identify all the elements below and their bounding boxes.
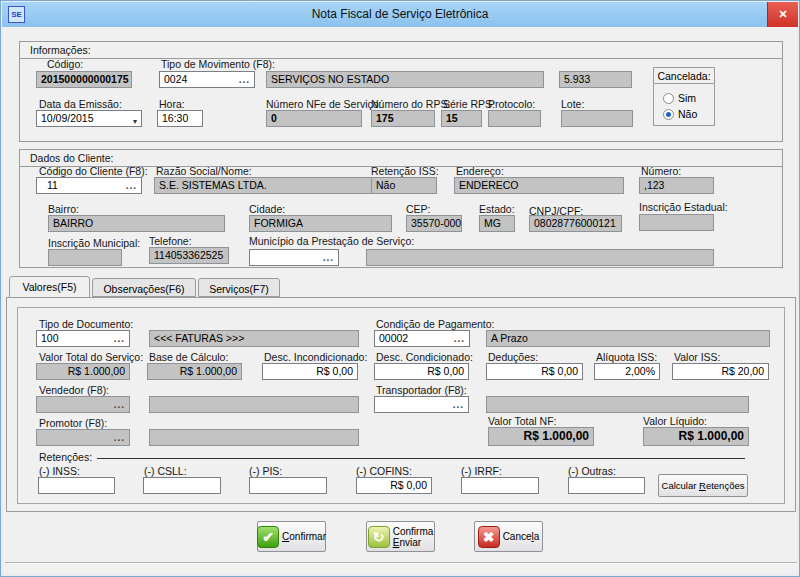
promotor-input[interactable]: ... <box>36 429 130 446</box>
inscricao-municipal-field <box>48 249 122 266</box>
valor-total-servico-label: Valor Total do Serviço: <box>39 351 143 363</box>
numero-rps-field: 175 <box>371 110 435 127</box>
condicao-pagamento-input[interactable]: 00002 ... <box>374 330 470 347</box>
aliquota-iss-input[interactable]: 2,00% <box>594 363 660 380</box>
desc-incondicionado-label: Desc. Incondicionado: <box>264 351 367 363</box>
hora-label: Hora: <box>159 98 185 110</box>
close-button[interactable]: ✕ <box>767 2 798 27</box>
deducoes-label: Deduções: <box>488 351 538 363</box>
valor-liquido-field: R$ 1.000,00 <box>643 427 749 446</box>
cancela-button[interactable]: ✖ Cancela <box>474 521 543 552</box>
cancelada-radio-nao[interactable]: Não <box>663 108 697 120</box>
tipo-movimento-desc-field: SERVIÇOS NO ESTADO <box>266 71 544 88</box>
estado-field: MG <box>479 215 515 232</box>
csll-input[interactable] <box>143 477 221 494</box>
tab-valores[interactable]: Valores(F5) <box>9 276 90 298</box>
desc-incondicionado-input[interactable]: R$ 0,00 <box>262 363 358 380</box>
dialog-window: SE Nota Fiscal de Serviço Eletrônica ✕ I… <box>0 0 800 577</box>
tab-observacoes[interactable]: Observações(F6) <box>92 278 196 297</box>
confirma-enviar-button[interactable]: ↻ ConfirmaEnviar <box>366 521 435 552</box>
valor-total-servico-field: R$ 1.000,00 <box>36 363 130 380</box>
protocolo-field <box>488 110 541 127</box>
close-icon: ✕ <box>778 8 787 21</box>
radio-sim-label: Sim <box>678 92 696 104</box>
telefone-field: 114053362525 <box>149 247 229 264</box>
tipo-movimento-input[interactable]: 0024 ... <box>159 71 255 88</box>
municipio-lookup-button[interactable]: ... <box>323 250 334 265</box>
inss-input[interactable] <box>38 477 115 494</box>
condicao-pagamento-lookup-button[interactable]: ... <box>454 331 465 346</box>
hora-input[interactable]: 16:30 <box>157 110 203 127</box>
lote-label: Lote: <box>561 98 584 110</box>
vendedor-desc-field <box>149 396 359 413</box>
irrf-input[interactable] <box>461 477 539 494</box>
numero-endereco-field: ,123 <box>639 177 714 194</box>
outras-input[interactable] <box>568 477 645 494</box>
inscricao-estadual-field <box>639 214 714 231</box>
chevron-down-icon[interactable]: ▾ <box>133 114 137 127</box>
confirmar-button[interactable]: ✔ Confirmar <box>257 521 326 552</box>
deducoes-input[interactable]: R$ 0,00 <box>486 363 583 380</box>
codigo-cliente-input[interactable]: 11 ... <box>36 177 142 194</box>
codigo-label: Código: <box>47 58 83 70</box>
cnpj-field: 08028776000121 <box>529 215 622 232</box>
numero-nfe-field: 0 <box>266 110 362 127</box>
tipo-documento-label: Tipo de Documento: <box>39 318 133 330</box>
retencao-iss-label: Retenção ISS: <box>371 165 439 177</box>
promotor-lookup-button[interactable]: ... <box>114 430 125 445</box>
cidade-field: FORMIGA <box>249 215 392 232</box>
x-icon: ✖ <box>478 526 500 548</box>
tipo-movimento-label: Tipo de Movimento (F8): <box>161 58 275 70</box>
cep-label: CEP: <box>406 203 431 215</box>
cofins-input[interactable]: R$ 0,00 <box>356 477 432 494</box>
tab-servicos[interactable]: Serviços(F7) <box>198 278 280 297</box>
transportador-input[interactable]: ... <box>374 396 469 413</box>
pis-label: (-) PIS: <box>249 465 282 477</box>
codigo-field: 201500000000175 <box>36 71 132 88</box>
numero-rps-label: Número do RPS: <box>371 98 450 110</box>
razao-social-field: S.E. SISTEMAS LTDA. <box>154 177 377 194</box>
informacoes-legend: Informações: <box>20 42 782 59</box>
bairro-label: Bairro: <box>48 203 79 215</box>
tipo-documento-desc-field: <<< FATURAS >>> <box>149 330 359 347</box>
tipo-movimento-lookup-button[interactable]: ... <box>239 72 250 87</box>
aliquota-iss-label: Alíquota ISS: <box>596 351 657 363</box>
condicao-pagamento-desc-field: A Prazo <box>486 330 770 347</box>
bairro-field: BAIRRO <box>48 215 225 232</box>
valor-total-nf-field: R$ 1.000,00 <box>488 427 594 446</box>
endereco-field: ENDERECO <box>454 177 624 194</box>
irrf-label: (-) IRRF: <box>461 465 502 477</box>
valor-liquido-label: Valor Líquido: <box>643 415 707 427</box>
serie-rps-field: 15 <box>441 110 482 127</box>
refresh-icon: ↻ <box>368 526 390 548</box>
data-emissao-combobox[interactable]: 10/09/2015 ▾ <box>36 110 142 127</box>
tipo-documento-lookup-button[interactable]: ... <box>114 331 125 346</box>
radio-nao-label: Não <box>678 108 697 120</box>
transportador-lookup-button[interactable]: ... <box>453 397 464 412</box>
base-calculo-label: Base de Cálculo: <box>149 351 228 363</box>
cancelada-radio-sim[interactable]: Sim <box>663 92 696 104</box>
valor-iss-input[interactable]: R$ 20,00 <box>672 363 769 380</box>
vendedor-lookup-button[interactable]: ... <box>114 397 125 412</box>
desc-condicionado-input[interactable]: R$ 0,00 <box>374 363 469 380</box>
csll-label: (-) CSLL: <box>144 465 187 477</box>
municipio-prestacao-input[interactable]: ... <box>249 249 339 266</box>
pis-input[interactable] <box>249 477 327 494</box>
cofins-label: (-) COFINS: <box>356 465 412 477</box>
telefone-label: Telefone: <box>149 235 192 247</box>
vendedor-input[interactable]: ... <box>36 396 130 413</box>
calcular-retencoes-button[interactable]: Calcular Retenções <box>658 474 748 497</box>
cliente-lookup-button[interactable]: ... <box>126 178 137 193</box>
protocolo-label: Protocolo: <box>488 98 535 110</box>
bottom-divider-highlight <box>5 563 797 564</box>
window-title: Nota Fiscal de Serviço Eletrônica <box>42 7 758 21</box>
valor-iss-label: Valor ISS: <box>674 351 721 363</box>
estado-label: Estado: <box>479 203 515 215</box>
retencoes-label: Retenções: <box>39 451 92 463</box>
outras-label: (-) Outras: <box>568 465 616 477</box>
numero-endereco-label: Número: <box>641 165 681 177</box>
razao-social-label: Razão Social/Nome: <box>156 165 252 177</box>
title-bar: SE Nota Fiscal de Serviço Eletrônica ✕ <box>2 2 798 27</box>
tipo-documento-input[interactable]: 100 ... <box>36 330 130 347</box>
inscricao-municipal-label: Inscrição Municipal: <box>48 237 140 249</box>
